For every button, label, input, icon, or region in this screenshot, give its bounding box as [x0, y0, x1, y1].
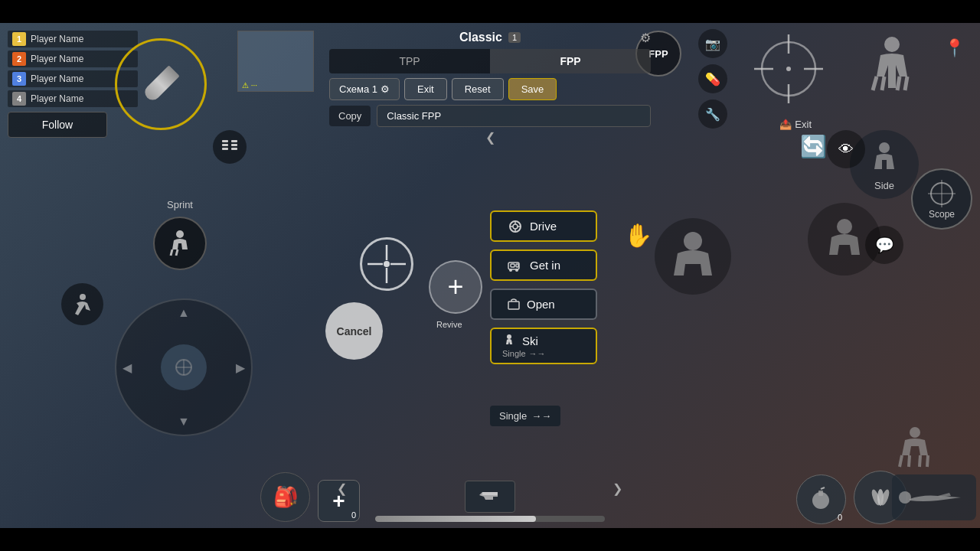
grenade-area: 0 [796, 474, 846, 524]
scope-button[interactable]: Scope [911, 168, 972, 230]
ammo-display [115, 38, 207, 130]
side-label: Side [874, 180, 894, 191]
joystick-right-arrow: ▶ [236, 360, 245, 375]
svg-point-34 [513, 224, 518, 229]
settings-panel: Classic 1 ⚙ TPP FPP Схема 1 ⚙ Exit Reset… [329, 31, 651, 145]
bottom-chevron-left[interactable]: ❮ [337, 481, 347, 496]
run-icon[interactable] [61, 283, 103, 325]
soldier-icon-top-right [858, 31, 926, 99]
location-icon[interactable]: 📍 [944, 38, 965, 58]
get-in-button[interactable]: Get in [490, 249, 597, 281]
exit-button[interactable]: Exit [404, 78, 447, 100]
soldier-mid-right [888, 421, 942, 474]
reset-button[interactable]: Reset [452, 78, 504, 100]
chat-icon[interactable]: 💬 [865, 226, 903, 264]
svg-point-12 [884, 37, 900, 52]
single-label-bottom: Single [499, 410, 527, 422]
player-name-2: Player Name [31, 54, 83, 64]
svg-point-45 [507, 334, 511, 339]
joystick-left-arrow: ◀ [122, 360, 132, 375]
tab-tpp[interactable]: TPP [329, 49, 490, 73]
ski-button[interactable]: Ski Single →→ [490, 328, 597, 364]
eye-button[interactable]: 👁 [827, 130, 865, 168]
svg-line-15 [897, 77, 900, 90]
backpack-button[interactable]: 🎒 [260, 472, 310, 522]
revive-label: Revive [436, 320, 462, 329]
exit-icon-right: 📤 [779, 119, 792, 130]
drive-button[interactable]: Drive [490, 210, 597, 242]
player-num-4: 4 [12, 92, 26, 106]
svg-point-32 [384, 261, 390, 267]
svg-point-24 [80, 294, 86, 300]
crosshair-display [750, 31, 827, 107]
svg-rect-0 [222, 140, 228, 142]
save-button[interactable]: Save [508, 78, 557, 100]
grenade-button[interactable]: 0 [796, 474, 846, 524]
svg-rect-53 [482, 492, 498, 495]
backpack-icon[interactable]: 🎒 [260, 472, 310, 522]
schema-gear-icon: ⚙ [381, 83, 390, 95]
right-side-icons: 📷 💊 🔧 [698, 29, 727, 129]
svg-rect-1 [222, 144, 228, 146]
grenade-badge: 0 [838, 513, 842, 522]
copy-row: Copy Classic FPP [329, 105, 651, 127]
arrow-icon: →→ [531, 410, 551, 422]
expand-chevron[interactable]: ❮ [329, 130, 651, 145]
tpp-fpp-tabs: TPP FPP [329, 49, 651, 73]
pistol-slot[interactable] [465, 481, 515, 513]
joystick-outer: ▲ ▼ ◀ ▶ [115, 298, 253, 436]
follow-button[interactable]: Follow [8, 112, 107, 138]
scope-label: Scope [929, 209, 955, 220]
sprint-button[interactable] [153, 217, 207, 270]
exit-right-area[interactable]: 📤 Exit [779, 119, 812, 130]
copy-value: Classic FPP [377, 105, 651, 127]
tab-fpp[interactable]: FPP [490, 49, 651, 73]
gear-icon[interactable]: ⚙ [640, 31, 651, 45]
bottom-chevron-right[interactable]: ❯ [612, 481, 622, 496]
svg-line-13 [873, 77, 877, 90]
svg-rect-41 [516, 264, 518, 267]
svg-line-50 [909, 455, 910, 467]
joystick[interactable]: ▲ ▼ ◀ ▶ [115, 298, 253, 436]
panel-title: Classic [459, 31, 502, 44]
ammo-circle [115, 38, 207, 130]
player-circle-center [655, 218, 731, 295]
svg-point-60 [899, 491, 911, 504]
top-black-bar [0, 0, 980, 23]
svg-rect-5 [231, 148, 237, 150]
joystick-inner[interactable] [161, 344, 207, 390]
svg-line-52 [927, 455, 928, 467]
svg-rect-44 [508, 302, 519, 309]
prone-button[interactable] [892, 474, 976, 520]
item-icon[interactable]: 🔧 [698, 99, 727, 129]
joystick-up-arrow: ▲ [178, 306, 190, 320]
action-row: Схема 1 ⚙ Exit Reset Save [329, 78, 651, 100]
mini-map: ⚠ ··· [237, 31, 314, 92]
cancel-button[interactable]: Cancel [325, 302, 383, 360]
sprint-area: Sprint [153, 199, 207, 270]
open-button[interactable]: Open [490, 289, 597, 320]
svg-point-48 [910, 427, 920, 438]
team-icon[interactable] [213, 130, 247, 164]
svg-point-42 [509, 269, 512, 272]
exit-label-right: Exit [795, 119, 812, 130]
player-num-1: 1 [12, 32, 26, 46]
svg-point-17 [879, 142, 890, 153]
svg-line-16 [905, 77, 907, 90]
svg-rect-2 [222, 148, 228, 150]
medkit-badge: 0 [351, 510, 356, 520]
joystick-down-arrow: ▼ [178, 415, 190, 429]
svg-rect-40 [511, 264, 514, 267]
hand-icon: ✋ [624, 222, 652, 249]
player-name-3: Player Name [31, 73, 83, 84]
svg-rect-3 [231, 140, 237, 142]
revive-button[interactable]: + [429, 260, 482, 314]
rotate-icon[interactable]: 🔄 [800, 134, 827, 159]
schema-button[interactable]: Схема 1 ⚙ [329, 78, 400, 100]
camera-icon[interactable]: 📷 [698, 29, 727, 58]
spray-icon[interactable]: 💊 [698, 64, 727, 93]
bottom-black-bar [0, 528, 980, 551]
svg-rect-55 [818, 491, 823, 496]
svg-line-56 [821, 487, 825, 489]
aim-circle [360, 237, 413, 291]
